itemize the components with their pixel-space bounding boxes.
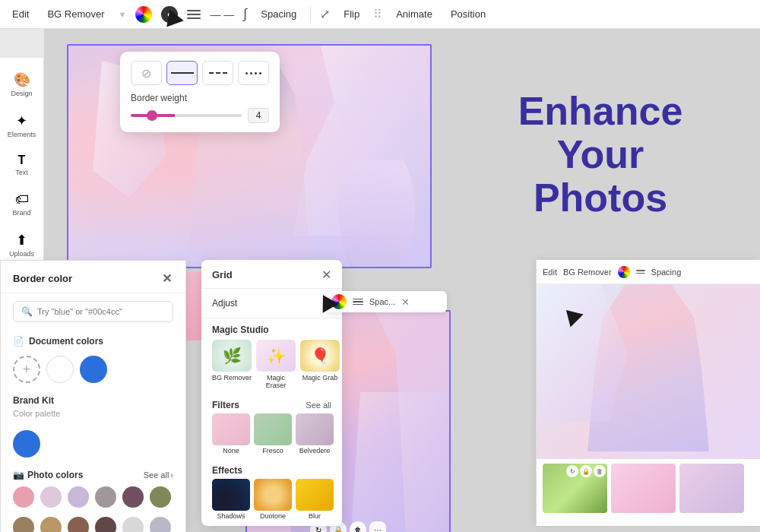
magic-bg-remover-label: BG Remover [212,374,252,382]
magic-bg-remover-item[interactable]: 🌿 BG Remover [212,340,252,389]
color-cell[interactable] [68,486,89,508]
color-cell[interactable] [13,517,34,532]
color-cell[interactable] [150,486,171,508]
crop-button[interactable]: ⤢ [320,7,330,21]
sidebar-item-design[interactable]: 🎨 Design [4,65,40,103]
position-button[interactable]: Position [446,6,490,22]
thumb-trash-btn[interactable]: 🗑 [350,521,366,532]
filter-none-item[interactable]: None [212,413,250,454]
edit-button[interactable]: Edit [8,6,33,22]
magic-grab-item[interactable]: 🎈 Magic Grab [300,340,340,389]
color-cell[interactable] [95,517,116,532]
brand-kit-label: Brand Kit [13,395,173,406]
filter-items-row: None Fresco Belvedere [201,413,342,461]
right-thumb-2[interactable] [611,464,676,513]
brand-label: Brand [12,209,30,217]
border-dotted-button[interactable] [238,61,269,85]
effect-duotone-thumb [254,479,292,511]
color-swatch-blue[interactable] [80,356,107,383]
effect-blur-label: Blur [296,512,334,520]
see-all-button[interactable]: See all › [144,470,173,480]
effect-shadows-item[interactable]: Shadows [212,479,250,520]
add-color-button[interactable]: + [13,356,40,383]
weight-value: 4 [248,108,269,123]
color-swatch-white[interactable] [46,356,74,383]
photo-colors-grid [1,483,185,514]
photo-colors-grid-2 [1,514,185,532]
border-none-button[interactable]: ⊘ [131,61,162,85]
right-spacing-label[interactable]: Spacing [651,268,682,277]
color-cell[interactable] [40,517,62,532]
filter-belvedere-label: Belvedere [296,447,334,454]
color-cell[interactable] [122,517,144,532]
color-search-box[interactable]: 🔍 [13,301,173,322]
color-cell[interactable] [95,486,116,508]
effect-blur-item[interactable]: Blur [296,479,334,520]
spacing-label-mini[interactable]: Spac... [369,297,395,306]
weight-control-row: 4 [131,108,269,123]
search-icon: 🔍 [21,306,33,317]
curve-tool-button[interactable]: ∫ [243,6,247,22]
toolbar-divider [310,7,311,22]
filter-fresco-label: Fresco [254,447,292,454]
color-search-input[interactable] [37,307,165,316]
x-label[interactable]: ✕ [401,296,410,308]
right-lock-btn[interactable]: 🔒 [580,465,592,477]
grid-close-button[interactable]: ✕ [321,268,331,282]
lines-mini[interactable] [353,299,363,306]
close-panel-button[interactable]: ✕ [160,271,173,285]
effect-duotone-item[interactable]: Duotone [254,479,292,520]
bg-remover-button[interactable]: BG Remover [43,6,109,22]
right-thumb-img-2 [611,464,676,513]
filter-belvedere-thumb [296,413,334,445]
sidebar-item-uploads[interactable]: ⬆ Uploads [4,226,40,264]
weight-slider[interactable] [131,114,242,117]
border-color-header: Border color ✕ [1,261,185,293]
grid-panel-title: Grid [212,269,233,280]
right-edit-label[interactable]: Edit [543,268,557,277]
right-thumb-1-actions: ↻ 🔒 🗑 [566,465,606,477]
right-refresh-btn[interactable]: ↻ [566,465,578,477]
animate-button[interactable]: Animate [391,6,437,22]
grid-panel-header: Grid ✕ [201,260,342,289]
grid-button[interactable]: ⠿ [373,7,382,21]
right-thumb-1[interactable]: ↻ 🔒 🗑 [543,464,607,513]
sidebar-item-text[interactable]: T Text [4,147,40,182]
lines-menu-button[interactable] [187,10,201,19]
sidebar-item-brand[interactable]: 🏷 Brand [4,185,40,223]
border-dotted-icon [245,72,261,74]
filter-fresco-item[interactable]: Fresco [254,413,292,454]
top-toolbar: Edit BG Remover ▼ ● — — ∫ Spacing ⤢ Flip… [0,0,760,29]
brand-icon: 🏷 [15,192,29,207]
flip-button[interactable]: Flip [339,6,364,22]
color-cell[interactable] [13,486,34,508]
right-trash-btn[interactable]: 🗑 [594,465,606,477]
right-bg-remover-label[interactable]: BG Remover [563,268,612,277]
filter-belvedere-item[interactable]: Belvedere [296,413,334,454]
color-cell[interactable] [68,517,89,532]
dash-style-button[interactable]: — — [210,8,234,21]
color-cell[interactable] [40,486,62,508]
doc-colors-swatches: + [1,351,185,391]
brand-color-swatch [1,430,185,465]
right-lines-btn[interactable] [636,270,645,274]
border-dashed-button[interactable] [202,61,233,85]
magic-studio-label: Magic Studio [201,318,342,340]
elements-icon: ✦ [16,112,27,129]
sidebar-item-elements[interactable]: ✦ Elements [4,106,40,144]
brand-color-blue[interactable] [13,430,40,458]
color-wheel-button[interactable] [135,6,152,23]
color-cell[interactable] [150,517,171,532]
adjust-row[interactable]: Adjust › [212,295,331,312]
color-cell[interactable] [122,486,144,508]
right-thumb-img-3 [679,464,744,513]
spacing-button[interactable]: Spacing [256,6,301,22]
thumb-more-btn[interactable]: ⋯ [369,521,386,532]
adjust-label: Adjust [212,298,237,309]
effect-shadows-thumb [212,479,250,511]
right-thumb-3[interactable] [679,464,744,513]
right-color-wheel[interactable] [618,266,630,278]
magic-eraser-item[interactable]: ✨ Magic Eraser [256,340,296,389]
filters-see-all[interactable]: See all [306,401,331,410]
border-solid-button[interactable] [166,61,198,85]
